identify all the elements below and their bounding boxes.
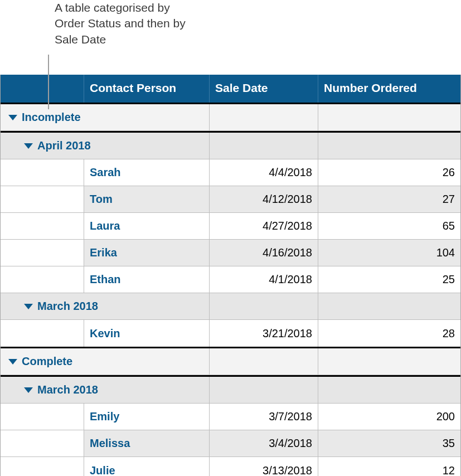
subgroup-label: March 2018 — [37, 300, 98, 313]
disclosure-triangle-icon[interactable] — [8, 359, 17, 365]
cell-contact: Tom — [84, 186, 210, 213]
subgroup-row-march-2018-complete[interactable]: March 2018 — [1, 377, 460, 404]
header-contact: Contact Person — [84, 75, 210, 103]
cell-contact: Melissa — [84, 430, 210, 457]
cell-contact: Sarah — [84, 159, 210, 186]
row-leader-cell — [1, 240, 84, 266]
row-leader-cell — [1, 186, 84, 213]
group-row-incomplete[interactable]: Incomplete — [1, 104, 460, 131]
table-row: Julie 3/13/2018 12 — [1, 457, 460, 476]
row-leader-cell — [1, 320, 84, 347]
group-empty-cell — [318, 104, 460, 131]
row-leader-cell — [1, 159, 84, 186]
subgroup-empty-cell — [210, 377, 318, 404]
cell-date: 3/21/2018 — [210, 320, 318, 347]
header-number-ordered: Number Ordered — [318, 75, 460, 103]
row-leader-cell — [1, 430, 84, 457]
cell-contact: Erika — [84, 240, 210, 266]
group-empty-cell — [210, 348, 318, 375]
cell-number: 26 — [318, 159, 460, 186]
cell-date: 4/12/2018 — [210, 186, 318, 213]
table-row: Melissa 3/4/2018 35 — [1, 430, 460, 457]
subgroup-label: April 2018 — [37, 139, 91, 152]
cell-contact: Emily — [84, 404, 210, 430]
subgroup-empty-cell — [210, 133, 318, 159]
group-label: Incomplete — [22, 111, 81, 124]
subgroup-empty-cell — [318, 133, 460, 159]
cell-date: 4/4/2018 — [210, 159, 318, 186]
cell-number: 35 — [318, 430, 460, 457]
group-empty-cell — [210, 104, 318, 131]
cell-contact: Laura — [84, 213, 210, 240]
cell-number: 65 — [318, 213, 460, 240]
row-leader-cell — [1, 213, 84, 240]
cell-contact: Kevin — [84, 320, 210, 347]
subgroup-empty-cell — [210, 293, 318, 320]
disclosure-triangle-icon[interactable] — [24, 387, 33, 393]
group-row-complete[interactable]: Complete — [1, 348, 460, 375]
categorised-table: Contact Person Sale Date Number Ordered … — [0, 75, 461, 476]
table-row: Emily 3/7/2018 200 — [1, 404, 460, 430]
cell-date: 4/27/2018 — [210, 213, 318, 240]
table-row: Tom 4/12/2018 27 — [1, 186, 460, 213]
row-leader-cell — [1, 457, 84, 476]
disclosure-triangle-icon[interactable] — [24, 304, 33, 309]
table-row: Sarah 4/4/2018 26 — [1, 159, 460, 186]
table-header-row: Contact Person Sale Date Number Ordered — [1, 75, 460, 103]
group-empty-cell — [318, 348, 460, 375]
row-leader-cell — [1, 404, 84, 430]
cell-contact: Julie — [84, 457, 210, 476]
subgroup-label: March 2018 — [37, 383, 98, 396]
cell-date: 3/13/2018 — [210, 457, 318, 476]
table-row: Kevin 3/21/2018 28 — [1, 320, 460, 348]
cell-contact: Ethan — [84, 266, 210, 293]
cell-number: 27 — [318, 186, 460, 213]
cell-number: 104 — [318, 240, 460, 266]
table-row: Ethan 4/1/2018 25 — [1, 266, 460, 293]
callout-leader-line — [48, 55, 49, 109]
cell-number: 12 — [318, 457, 460, 476]
cell-date: 3/4/2018 — [210, 430, 318, 457]
subgroup-empty-cell — [318, 377, 460, 404]
cell-number: 200 — [318, 404, 460, 430]
row-leader-cell — [1, 266, 84, 293]
table-row: Erika 4/16/2018 104 — [1, 240, 460, 266]
group-label: Complete — [22, 355, 72, 368]
table-row: Laura 4/27/2018 65 — [1, 213, 460, 240]
header-sale-date: Sale Date — [210, 75, 318, 103]
cell-number: 28 — [318, 320, 460, 347]
cell-date: 4/1/2018 — [210, 266, 318, 293]
disclosure-triangle-icon[interactable] — [8, 115, 17, 120]
callout-text: A table categorised by Order Status and … — [55, 0, 200, 47]
disclosure-triangle-icon[interactable] — [24, 143, 33, 149]
cell-number: 25 — [318, 266, 460, 293]
cell-date: 4/16/2018 — [210, 240, 318, 266]
subgroup-row-march-2018[interactable]: March 2018 — [1, 293, 460, 320]
cell-date: 3/7/2018 — [210, 404, 318, 430]
subgroup-empty-cell — [318, 293, 460, 320]
header-leader-cell — [1, 75, 84, 103]
subgroup-row-april-2018[interactable]: April 2018 — [1, 133, 460, 159]
